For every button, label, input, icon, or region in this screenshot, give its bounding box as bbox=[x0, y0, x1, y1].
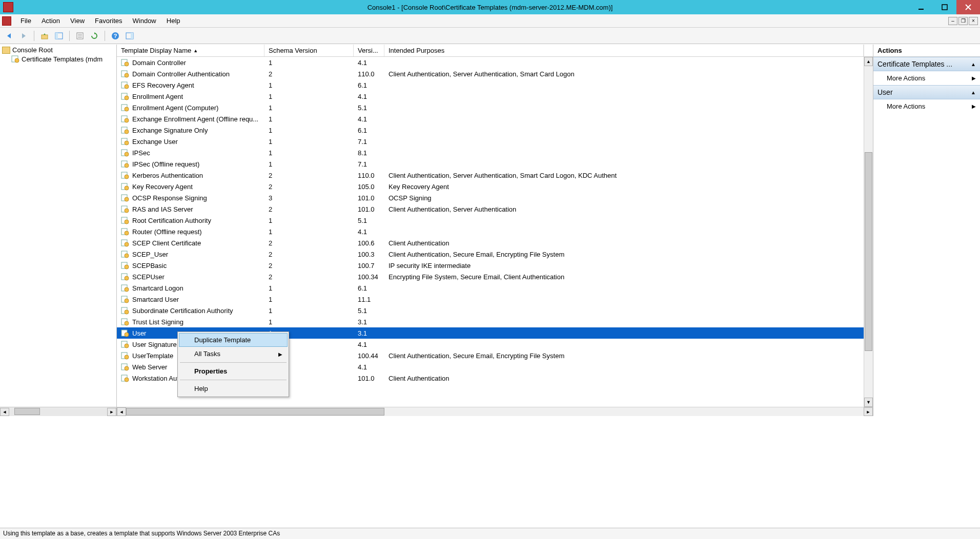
close-button[interactable] bbox=[956, 0, 980, 14]
menu-file[interactable]: File bbox=[15, 14, 36, 28]
console-tree-pane: Console Root Certificate Templates (mdm … bbox=[0, 45, 117, 416]
template-row[interactable]: Enrollment Agent14.1 bbox=[117, 91, 864, 102]
template-row[interactable]: Root Certification Authority15.1 bbox=[117, 215, 864, 226]
menu-help[interactable]: Help bbox=[161, 14, 186, 28]
template-row[interactable]: Exchange Enrollment Agent (Offline requ.… bbox=[117, 113, 864, 125]
scroll-thumb[interactable] bbox=[865, 152, 872, 351]
properties-icon[interactable] bbox=[74, 30, 86, 42]
column-header-schema[interactable]: Schema Version bbox=[264, 45, 354, 56]
scroll-left-button[interactable]: ◄ bbox=[117, 407, 126, 416]
column-header-purposes[interactable]: Intended Purposes bbox=[384, 45, 864, 56]
scroll-right-button[interactable]: ► bbox=[107, 408, 116, 416]
template-schema-version: 3 bbox=[264, 194, 354, 202]
certificate-template-icon bbox=[121, 250, 129, 258]
template-version: 4.1 bbox=[354, 59, 384, 67]
template-row[interactable]: IPSec18.1 bbox=[117, 147, 864, 158]
tree-node-console-root[interactable]: Console Root bbox=[1, 46, 115, 54]
template-row[interactable]: EFS Recovery Agent16.1 bbox=[117, 79, 864, 91]
template-row[interactable]: IPSec (Offline request)17.1 bbox=[117, 158, 864, 170]
menu-action[interactable]: Action bbox=[36, 14, 65, 28]
template-purposes: Client Authentication, Secure Email, Enc… bbox=[384, 352, 864, 360]
template-schema-version: 2 bbox=[264, 251, 354, 258]
template-row[interactable]: OCSP Response Signing3101.0OCSP Signing bbox=[117, 192, 864, 203]
certificate-template-icon bbox=[121, 306, 129, 315]
template-row[interactable]: Smartcard User111.1 bbox=[117, 294, 864, 305]
list-vertical-scrollbar[interactable]: ▲ ▼ bbox=[864, 57, 873, 407]
column-header-version[interactable]: Versi... bbox=[354, 45, 384, 56]
forward-button[interactable] bbox=[17, 30, 30, 42]
certificate-template-icon bbox=[121, 374, 129, 382]
template-row[interactable]: Kerberos Authentication2110.0Client Auth… bbox=[117, 170, 864, 181]
column-header-name[interactable]: Template Display Name▲ bbox=[117, 45, 264, 56]
scroll-up-button[interactable]: ▲ bbox=[864, 57, 873, 66]
list-horizontal-scrollbar[interactable]: ◄ ► bbox=[117, 407, 873, 416]
template-row[interactable]: Domain Controller Authentication2110.0Cl… bbox=[117, 68, 864, 79]
svg-text:?: ? bbox=[114, 33, 117, 39]
template-row[interactable]: SCEP_User2100.3Client Authentication, Se… bbox=[117, 248, 864, 260]
maximize-button[interactable] bbox=[933, 0, 956, 14]
child-minimize-button[interactable]: – bbox=[948, 17, 957, 25]
menu-favorites[interactable]: Favorites bbox=[90, 14, 127, 28]
template-schema-version: 1 bbox=[264, 138, 354, 146]
template-row[interactable]: Domain Controller14.1 bbox=[117, 57, 864, 68]
certificate-template-icon bbox=[121, 92, 129, 100]
tree-node-certificate-templates[interactable]: Certificate Templates (mdm bbox=[1, 54, 115, 64]
template-row[interactable]: SCEP Client Certificate2100.6Client Auth… bbox=[117, 237, 864, 248]
toolbar: ? bbox=[0, 28, 980, 44]
certificate-template-icon bbox=[121, 149, 129, 157]
certificate-template-icon bbox=[121, 363, 129, 371]
context-menu-item[interactable]: All Tasks▶ bbox=[179, 347, 288, 361]
refresh-icon[interactable] bbox=[88, 30, 100, 42]
tree-horizontal-scrollbar[interactable]: ◄ ► bbox=[0, 407, 116, 416]
template-schema-version: 1 bbox=[264, 81, 354, 89]
template-row[interactable]: Router (Offline request)14.1 bbox=[117, 226, 864, 237]
template-row[interactable]: SCEPBasic2100.7IP security IKE intermedi… bbox=[117, 260, 864, 271]
submenu-arrow-icon: ▶ bbox=[972, 103, 976, 109]
up-button[interactable] bbox=[38, 30, 51, 42]
svg-point-18 bbox=[125, 62, 129, 66]
scroll-down-button[interactable]: ▼ bbox=[864, 398, 873, 407]
minimize-button[interactable] bbox=[909, 0, 933, 14]
context-menu-item[interactable]: Duplicate Template bbox=[179, 333, 288, 347]
certificate-template-icon bbox=[121, 239, 129, 247]
back-button[interactable] bbox=[3, 30, 15, 42]
help-icon[interactable]: ? bbox=[109, 30, 121, 42]
show-hide-action-pane-button[interactable] bbox=[124, 30, 136, 42]
scroll-left-button[interactable]: ◄ bbox=[0, 408, 9, 416]
template-row[interactable]: Trust List Signing13.1 bbox=[117, 316, 864, 327]
scroll-thumb[interactable] bbox=[14, 408, 40, 415]
scroll-thumb[interactable] bbox=[126, 408, 384, 416]
template-version: 6.1 bbox=[354, 127, 384, 134]
template-row[interactable]: SCEPUser2100.34Encrypting File System, S… bbox=[117, 271, 864, 282]
template-row[interactable]: Key Recovery Agent2105.0Key Recovery Age… bbox=[117, 181, 864, 192]
template-purposes: Client Authentication, Secure Email, Enc… bbox=[384, 251, 864, 258]
context-menu: Duplicate TemplateAll Tasks▶PropertiesHe… bbox=[177, 331, 289, 397]
template-row[interactable]: Subordinate Certification Authority15.1 bbox=[117, 305, 864, 316]
template-purposes: OCSP Signing bbox=[384, 194, 864, 202]
actions-section-header[interactable]: User▲ bbox=[873, 85, 980, 99]
menu-window[interactable]: Window bbox=[128, 14, 161, 28]
template-name: Smartcard Logon bbox=[132, 284, 183, 292]
show-hide-console-tree-button[interactable] bbox=[53, 30, 65, 42]
svg-rect-14 bbox=[131, 33, 133, 39]
child-close-button[interactable]: × bbox=[969, 17, 978, 25]
template-row[interactable]: RAS and IAS Server2101.0Client Authentic… bbox=[117, 203, 864, 215]
menu-view[interactable]: View bbox=[65, 14, 90, 28]
template-row[interactable]: Smartcard Logon16.1 bbox=[117, 282, 864, 294]
template-version: 100.7 bbox=[354, 262, 384, 270]
action-link[interactable]: More Actions▶ bbox=[873, 71, 980, 85]
template-name: SCEPBasic bbox=[132, 262, 167, 270]
context-menu-item[interactable]: Help bbox=[179, 382, 288, 396]
actions-section-header[interactable]: Certificate Templates ...▲ bbox=[873, 57, 980, 71]
context-menu-item[interactable]: Properties bbox=[179, 364, 288, 378]
template-schema-version: 1 bbox=[264, 59, 354, 67]
action-link[interactable]: More Actions▶ bbox=[873, 99, 980, 113]
template-row[interactable]: Enrollment Agent (Computer)15.1 bbox=[117, 102, 864, 113]
template-row[interactable]: Exchange Signature Only16.1 bbox=[117, 125, 864, 136]
template-row[interactable]: Exchange User17.1 bbox=[117, 136, 864, 147]
child-restore-button[interactable]: ❐ bbox=[958, 17, 968, 25]
titlebar: Console1 - [Console Root\Certificate Tem… bbox=[0, 0, 980, 14]
scroll-right-button[interactable]: ► bbox=[864, 407, 873, 416]
svg-point-54 bbox=[125, 265, 129, 269]
svg-point-34 bbox=[125, 152, 129, 156]
